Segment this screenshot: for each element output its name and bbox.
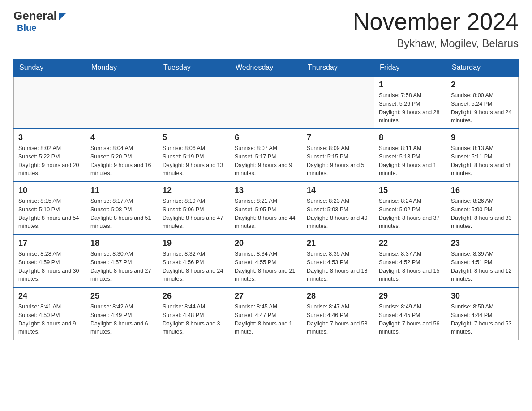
day-number: 24 — [18, 291, 81, 301]
calendar-week-row: 1Sunrise: 7:58 AM Sunset: 5:26 PM Daylig… — [14, 77, 519, 129]
day-number: 25 — [90, 291, 153, 301]
table-row: 11Sunrise: 8:17 AM Sunset: 5:08 PM Dayli… — [86, 182, 158, 235]
day-info: Sunrise: 8:21 AM Sunset: 5:05 PM Dayligh… — [235, 197, 297, 231]
calendar-header-row: Sunday Monday Tuesday Wednesday Thursday… — [14, 59, 519, 77]
col-saturday: Saturday — [446, 59, 519, 77]
logo-arrow-icon — [58, 12, 68, 21]
day-number: 9 — [451, 133, 514, 142]
day-number: 6 — [235, 133, 297, 142]
day-number: 21 — [307, 239, 369, 248]
day-number: 30 — [451, 291, 514, 301]
day-info: Sunrise: 8:35 AM Sunset: 4:53 PM Dayligh… — [307, 250, 369, 283]
day-number: 10 — [18, 186, 81, 195]
table-row — [302, 77, 374, 129]
day-number: 28 — [307, 291, 369, 301]
day-number: 20 — [235, 239, 297, 248]
day-info: Sunrise: 8:07 AM Sunset: 5:17 PM Dayligh… — [235, 144, 297, 178]
day-number: 12 — [163, 186, 225, 195]
table-row: 20Sunrise: 8:34 AM Sunset: 4:55 PM Dayli… — [230, 235, 302, 287]
svg-marker-0 — [59, 13, 67, 21]
table-row: 6Sunrise: 8:07 AM Sunset: 5:17 PM Daylig… — [230, 129, 302, 182]
table-row: 2Sunrise: 8:00 AM Sunset: 5:24 PM Daylig… — [446, 77, 519, 129]
calendar-table: Sunday Monday Tuesday Wednesday Thursday… — [13, 59, 519, 340]
day-info: Sunrise: 8:23 AM Sunset: 5:03 PM Dayligh… — [307, 197, 369, 231]
day-info: Sunrise: 8:11 AM Sunset: 5:13 PM Dayligh… — [379, 144, 442, 178]
day-number: 14 — [307, 186, 369, 195]
logo: General Blue — [13, 9, 68, 33]
table-row: 29Sunrise: 8:49 AM Sunset: 4:45 PM Dayli… — [374, 287, 446, 340]
table-row: 10Sunrise: 8:15 AM Sunset: 5:10 PM Dayli… — [14, 182, 86, 235]
logo-blue-text: Blue — [17, 23, 36, 33]
table-row: 13Sunrise: 8:21 AM Sunset: 5:05 PM Dayli… — [230, 182, 302, 235]
col-friday: Friday — [374, 59, 446, 77]
calendar-week-row: 24Sunrise: 8:41 AM Sunset: 4:50 PM Dayli… — [14, 287, 519, 340]
col-monday: Monday — [86, 59, 158, 77]
day-info: Sunrise: 8:45 AM Sunset: 4:47 PM Dayligh… — [235, 303, 297, 336]
day-number: 2 — [451, 80, 514, 90]
table-row: 8Sunrise: 8:11 AM Sunset: 5:13 PM Daylig… — [374, 129, 446, 182]
day-number: 3 — [18, 133, 81, 142]
table-row: 22Sunrise: 8:37 AM Sunset: 4:52 PM Dayli… — [374, 235, 446, 287]
day-number: 18 — [90, 239, 153, 248]
col-tuesday: Tuesday — [158, 59, 230, 77]
day-number: 7 — [307, 133, 369, 142]
table-row: 3Sunrise: 8:02 AM Sunset: 5:22 PM Daylig… — [14, 129, 86, 182]
calendar-week-row: 17Sunrise: 8:28 AM Sunset: 4:59 PM Dayli… — [14, 235, 519, 287]
day-info: Sunrise: 8:19 AM Sunset: 5:06 PM Dayligh… — [163, 197, 225, 231]
day-info: Sunrise: 8:37 AM Sunset: 4:52 PM Dayligh… — [379, 250, 442, 283]
table-row: 1Sunrise: 7:58 AM Sunset: 5:26 PM Daylig… — [374, 77, 446, 129]
table-row: 9Sunrise: 8:13 AM Sunset: 5:11 PM Daylig… — [446, 129, 519, 182]
day-info: Sunrise: 8:13 AM Sunset: 5:11 PM Dayligh… — [451, 144, 514, 178]
day-number: 22 — [379, 239, 442, 248]
day-number: 5 — [163, 133, 225, 142]
table-row: 24Sunrise: 8:41 AM Sunset: 4:50 PM Dayli… — [14, 287, 86, 340]
day-number: 26 — [163, 291, 225, 301]
day-info: Sunrise: 8:49 AM Sunset: 4:45 PM Dayligh… — [379, 303, 442, 336]
col-thursday: Thursday — [302, 59, 374, 77]
col-wednesday: Wednesday — [230, 59, 302, 77]
day-info: Sunrise: 8:15 AM Sunset: 5:10 PM Dayligh… — [18, 197, 81, 231]
title-block: November 2024 Bykhaw, Mogilev, Belarus — [353, 9, 519, 50]
page-title: November 2024 — [353, 9, 519, 34]
day-info: Sunrise: 8:26 AM Sunset: 5:00 PM Dayligh… — [451, 197, 514, 231]
col-sunday: Sunday — [14, 59, 86, 77]
day-info: Sunrise: 8:04 AM Sunset: 5:20 PM Dayligh… — [90, 144, 153, 178]
table-row: 26Sunrise: 8:44 AM Sunset: 4:48 PM Dayli… — [158, 287, 230, 340]
day-info: Sunrise: 8:28 AM Sunset: 4:59 PM Dayligh… — [18, 250, 81, 283]
day-info: Sunrise: 8:06 AM Sunset: 5:19 PM Dayligh… — [163, 144, 225, 178]
day-number: 15 — [379, 186, 442, 195]
day-info: Sunrise: 8:32 AM Sunset: 4:56 PM Dayligh… — [163, 250, 225, 283]
day-number: 19 — [163, 239, 225, 248]
table-row: 7Sunrise: 8:09 AM Sunset: 5:15 PM Daylig… — [302, 129, 374, 182]
table-row: 4Sunrise: 8:04 AM Sunset: 5:20 PM Daylig… — [86, 129, 158, 182]
day-info: Sunrise: 8:39 AM Sunset: 4:51 PM Dayligh… — [451, 250, 514, 283]
page-header: General Blue November 2024 Bykhaw, Mogil… — [13, 9, 519, 50]
day-info: Sunrise: 8:44 AM Sunset: 4:48 PM Dayligh… — [163, 303, 225, 336]
day-info: Sunrise: 8:34 AM Sunset: 4:55 PM Dayligh… — [235, 250, 297, 283]
table-row — [230, 77, 302, 129]
day-number: 29 — [379, 291, 442, 301]
day-number: 17 — [18, 239, 81, 248]
table-row: 21Sunrise: 8:35 AM Sunset: 4:53 PM Dayli… — [302, 235, 374, 287]
table-row: 17Sunrise: 8:28 AM Sunset: 4:59 PM Dayli… — [14, 235, 86, 287]
day-number: 1 — [379, 80, 442, 90]
table-row — [86, 77, 158, 129]
table-row: 30Sunrise: 8:50 AM Sunset: 4:44 PM Dayli… — [446, 287, 519, 340]
table-row: 25Sunrise: 8:42 AM Sunset: 4:49 PM Dayli… — [86, 287, 158, 340]
day-number: 11 — [90, 186, 153, 195]
day-info: Sunrise: 8:02 AM Sunset: 5:22 PM Dayligh… — [18, 144, 81, 178]
table-row: 23Sunrise: 8:39 AM Sunset: 4:51 PM Dayli… — [446, 235, 519, 287]
day-number: 23 — [451, 239, 514, 248]
day-info: Sunrise: 8:09 AM Sunset: 5:15 PM Dayligh… — [307, 144, 369, 178]
calendar-week-row: 10Sunrise: 8:15 AM Sunset: 5:10 PM Dayli… — [14, 182, 519, 235]
page-subtitle: Bykhaw, Mogilev, Belarus — [353, 37, 519, 50]
day-info: Sunrise: 8:24 AM Sunset: 5:02 PM Dayligh… — [379, 197, 442, 231]
day-info: Sunrise: 8:50 AM Sunset: 4:44 PM Dayligh… — [451, 303, 514, 336]
table-row: 27Sunrise: 8:45 AM Sunset: 4:47 PM Dayli… — [230, 287, 302, 340]
table-row: 28Sunrise: 8:47 AM Sunset: 4:46 PM Dayli… — [302, 287, 374, 340]
table-row: 12Sunrise: 8:19 AM Sunset: 5:06 PM Dayli… — [158, 182, 230, 235]
day-info: Sunrise: 8:30 AM Sunset: 4:57 PM Dayligh… — [90, 250, 153, 283]
day-info: Sunrise: 7:58 AM Sunset: 5:26 PM Dayligh… — [379, 91, 442, 125]
table-row — [14, 77, 86, 129]
table-row: 5Sunrise: 8:06 AM Sunset: 5:19 PM Daylig… — [158, 129, 230, 182]
